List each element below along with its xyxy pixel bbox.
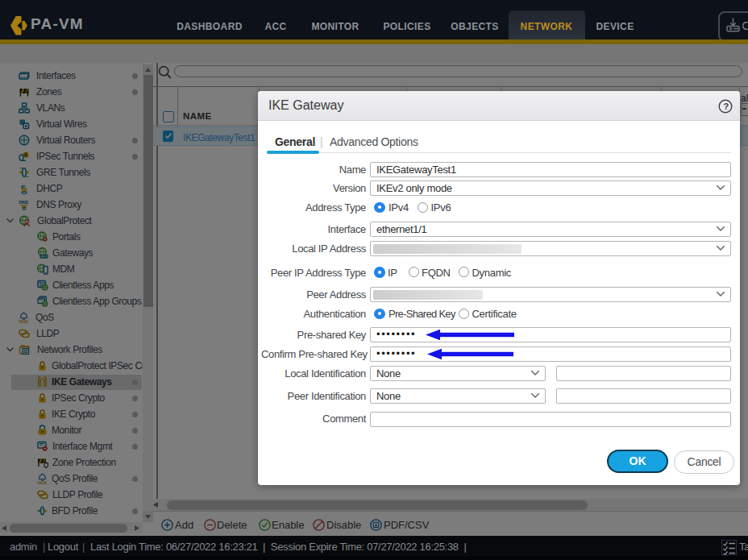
svg-text:?: ? (724, 102, 729, 111)
